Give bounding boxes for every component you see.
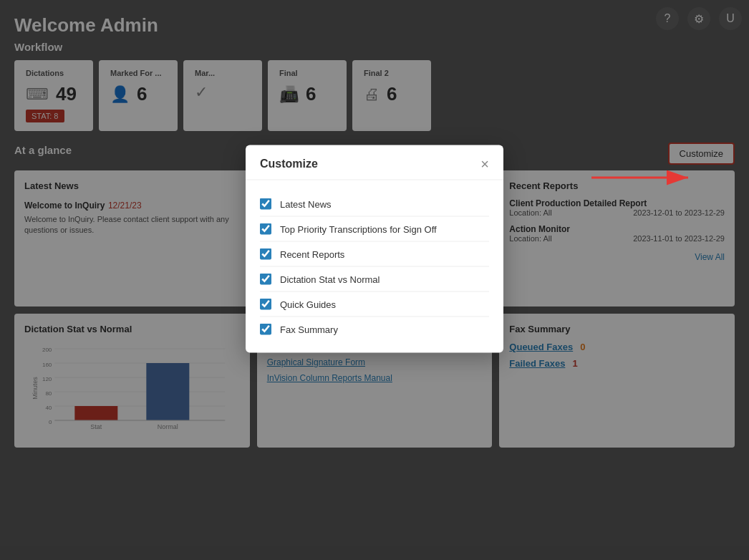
modal-checkbox-0[interactable] [260, 198, 271, 210]
modal-item-label-0: Latest News [280, 198, 332, 209]
modal-item-5: Fax Summary [260, 317, 489, 342]
modal-item-0: Latest News [260, 192, 489, 217]
modal-item-4: Quick Guides [260, 292, 489, 317]
modal-item-label-1: Top Priority Transcriptions for Sign Off [280, 223, 437, 234]
modal-checkbox-1[interactable] [260, 223, 271, 235]
modal-checkbox-5[interactable] [260, 324, 271, 335]
modal-item-label-5: Fax Summary [280, 324, 338, 334]
modal-body: Latest News Top Priority Transcriptions … [246, 180, 503, 353]
modal-checkbox-2[interactable] [260, 248, 271, 260]
modal-close-button[interactable]: × [480, 157, 489, 171]
modal-title: Customize [260, 158, 318, 170]
modal-item-2: Recent Reports [260, 242, 489, 267]
modal-item-1: Top Priority Transcriptions for Sign Off [260, 217, 489, 242]
modal-header: Customize × [246, 145, 503, 180]
modal-checkbox-3[interactable] [260, 274, 271, 285]
modal-item-label-4: Quick Guides [280, 299, 336, 309]
modal-checkbox-4[interactable] [260, 299, 271, 310]
modal-item-3: Dictation Stat vs Normal [260, 267, 489, 292]
modal-item-label-3: Dictation Stat vs Normal [280, 274, 380, 284]
modal-item-label-2: Recent Reports [280, 248, 344, 259]
customize-modal: Customize × Latest News Top Priority Tra… [246, 145, 503, 353]
